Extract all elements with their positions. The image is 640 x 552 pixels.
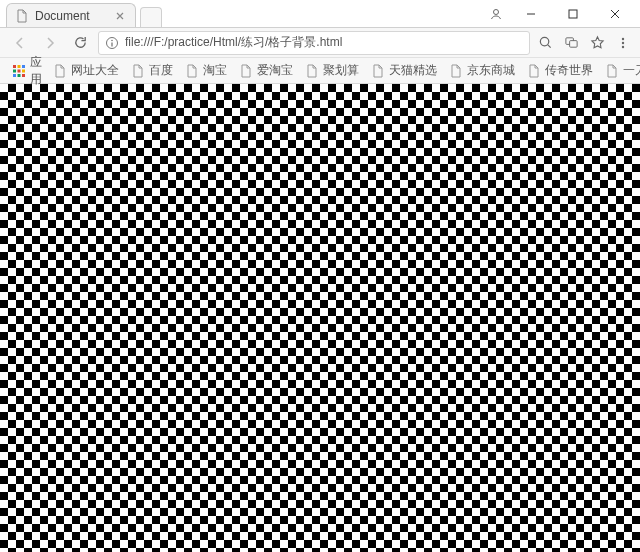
translate-icon[interactable] bbox=[562, 34, 580, 52]
page-icon bbox=[371, 64, 385, 78]
window-controls-area bbox=[482, 0, 640, 27]
svg-point-4 bbox=[540, 37, 548, 45]
svg-point-0 bbox=[494, 9, 499, 14]
user-icon[interactable] bbox=[482, 7, 510, 21]
bookmark-item[interactable]: 一刀999级 bbox=[600, 60, 640, 81]
url-text: file:///F:/practice/Html/练习/格子背景.html bbox=[125, 34, 523, 51]
window-close-button[interactable] bbox=[594, 0, 636, 28]
tab-title: Document bbox=[35, 9, 107, 23]
new-tab-button[interactable] bbox=[140, 7, 162, 27]
reload-button[interactable] bbox=[68, 31, 92, 55]
svg-rect-15 bbox=[22, 69, 25, 72]
minimize-button[interactable] bbox=[510, 0, 552, 28]
bookmark-item[interactable]: 京东商城 bbox=[444, 60, 520, 81]
svg-point-9 bbox=[622, 45, 624, 47]
page-icon bbox=[131, 64, 145, 78]
maximize-button[interactable] bbox=[552, 0, 594, 28]
bookmark-item[interactable]: 百度 bbox=[126, 60, 178, 81]
bookmark-item[interactable]: 淘宝 bbox=[180, 60, 232, 81]
apps-button[interactable]: 应用 bbox=[8, 52, 46, 90]
bookmark-label: 百度 bbox=[149, 62, 173, 79]
svg-rect-13 bbox=[13, 69, 16, 72]
bookmark-label: 一刀999级 bbox=[623, 62, 640, 79]
bookmark-label: 爱淘宝 bbox=[257, 62, 293, 79]
page-icon bbox=[185, 64, 199, 78]
window-titlebar: Document bbox=[0, 0, 640, 28]
bookmark-label: 淘宝 bbox=[203, 62, 227, 79]
star-icon[interactable] bbox=[588, 34, 606, 52]
close-icon[interactable] bbox=[113, 9, 127, 23]
bookmark-item[interactable]: 聚划算 bbox=[300, 60, 364, 81]
titlebar-spacer bbox=[162, 0, 482, 27]
back-button[interactable] bbox=[8, 31, 32, 55]
svg-rect-12 bbox=[22, 65, 25, 68]
svg-point-8 bbox=[622, 41, 624, 43]
forward-button[interactable] bbox=[38, 31, 62, 55]
bookmark-label: 网址大全 bbox=[71, 62, 119, 79]
svg-rect-16 bbox=[13, 74, 16, 77]
address-bar[interactable]: file:///F:/practice/Html/练习/格子背景.html bbox=[98, 31, 530, 55]
page-icon bbox=[449, 64, 463, 78]
svg-rect-10 bbox=[13, 65, 16, 68]
zoom-icon[interactable] bbox=[536, 34, 554, 52]
page-icon bbox=[239, 64, 253, 78]
bookmark-item[interactable]: 爱淘宝 bbox=[234, 60, 298, 81]
tab-strip: Document bbox=[0, 0, 162, 27]
browser-toolbar: file:///F:/practice/Html/练习/格子背景.html bbox=[0, 28, 640, 58]
svg-rect-14 bbox=[18, 69, 21, 72]
svg-rect-6 bbox=[569, 41, 577, 48]
svg-point-3 bbox=[111, 39, 113, 41]
apps-label: 应用 bbox=[30, 54, 42, 88]
svg-rect-18 bbox=[22, 74, 25, 77]
svg-rect-17 bbox=[18, 74, 21, 77]
bookmark-item[interactable]: 网址大全 bbox=[48, 60, 124, 81]
page-content-checker bbox=[0, 84, 640, 552]
page-icon bbox=[527, 64, 541, 78]
page-icon bbox=[15, 9, 29, 23]
svg-rect-1 bbox=[569, 10, 577, 18]
menu-icon[interactable] bbox=[614, 34, 632, 52]
svg-point-7 bbox=[622, 37, 624, 39]
page-icon bbox=[605, 64, 619, 78]
page-icon bbox=[305, 64, 319, 78]
apps-icon bbox=[12, 64, 26, 78]
bookmark-item[interactable]: 传奇世界 bbox=[522, 60, 598, 81]
bookmark-label: 天猫精选 bbox=[389, 62, 437, 79]
browser-tab[interactable]: Document bbox=[6, 3, 136, 27]
site-info-icon[interactable] bbox=[105, 36, 119, 50]
bookmarks-bar: 应用 网址大全 百度 淘宝 爱淘宝 聚划算 天猫精选 京东商城 传奇世界 一刀9… bbox=[0, 58, 640, 84]
bookmark-item[interactable]: 天猫精选 bbox=[366, 60, 442, 81]
svg-rect-11 bbox=[18, 65, 21, 68]
bookmark-label: 京东商城 bbox=[467, 62, 515, 79]
page-icon bbox=[53, 64, 67, 78]
toolbar-right-tools bbox=[536, 34, 632, 52]
bookmark-label: 聚划算 bbox=[323, 62, 359, 79]
bookmark-label: 传奇世界 bbox=[545, 62, 593, 79]
